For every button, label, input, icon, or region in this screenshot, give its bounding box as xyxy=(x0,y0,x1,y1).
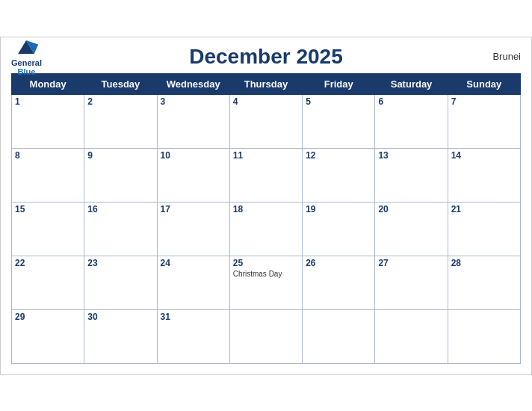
day-number: 10 xyxy=(161,150,226,161)
calendar-day: 30 xyxy=(84,309,157,363)
calendar-day: 14 xyxy=(448,148,520,202)
header-tuesday: Tuesday xyxy=(84,73,157,94)
calendar-day: 18 xyxy=(229,202,302,256)
calendar-day: 15 xyxy=(12,202,84,256)
day-number: 13 xyxy=(378,150,444,161)
day-number: 29 xyxy=(15,312,81,322)
calendar-day: 10 xyxy=(157,148,229,202)
calendar-day: 31 xyxy=(157,309,229,363)
calendar-table: Monday Tuesday Wednesday Thursday Friday… xyxy=(11,73,521,364)
header-thursday: Thursday xyxy=(229,73,302,94)
calendar-day: 19 xyxy=(303,202,375,256)
week-row-1: 1234567 xyxy=(12,94,521,148)
week-row-3: 15161718192021 xyxy=(12,202,521,256)
calendar-day: 29 xyxy=(12,309,84,363)
calendar-day: 22 xyxy=(12,256,84,309)
header-friday: Friday xyxy=(303,73,375,94)
day-number: 4 xyxy=(233,96,299,107)
calendar-day: 16 xyxy=(84,202,157,256)
calendar-day: 23 xyxy=(84,256,157,309)
calendar-day: 11 xyxy=(229,148,302,202)
logo: General Blue xyxy=(11,37,42,76)
day-number: 25 xyxy=(233,258,299,268)
day-number: 22 xyxy=(15,258,81,268)
day-number: 23 xyxy=(87,258,153,268)
calendar-day: 2 xyxy=(84,94,157,148)
calendar: General Blue December 2025 Brunei Monday… xyxy=(0,37,532,375)
day-number: 9 xyxy=(87,150,153,161)
day-number: 15 xyxy=(15,204,81,214)
week-row-2: 891011121314 xyxy=(12,148,521,202)
day-number: 3 xyxy=(161,96,226,107)
calendar-day: 8 xyxy=(12,148,84,202)
calendar-day: 12 xyxy=(303,148,375,202)
calendar-day: 24 xyxy=(157,256,229,309)
calendar-header: General Blue December 2025 Brunei xyxy=(11,45,521,69)
day-number: 20 xyxy=(378,204,444,214)
logo-icon xyxy=(13,37,40,58)
day-number: 6 xyxy=(378,96,444,107)
calendar-title: December 2025 xyxy=(189,45,342,69)
day-number: 12 xyxy=(306,150,371,161)
calendar-day: 3 xyxy=(157,94,229,148)
day-number: 21 xyxy=(451,204,517,214)
calendar-day: 13 xyxy=(375,148,448,202)
calendar-day xyxy=(448,309,520,363)
day-number: 5 xyxy=(306,96,371,107)
header-monday: Monday xyxy=(12,73,84,94)
day-number: 7 xyxy=(451,96,517,107)
day-number: 27 xyxy=(378,258,444,268)
day-number: 11 xyxy=(233,150,299,161)
calendar-day: 28 xyxy=(448,256,520,309)
country-label: Brunei xyxy=(492,51,521,62)
calendar-day: 9 xyxy=(84,148,157,202)
day-number: 30 xyxy=(87,312,153,322)
header-sunday: Sunday xyxy=(448,73,520,94)
day-number: 24 xyxy=(161,258,226,268)
day-number: 17 xyxy=(161,204,226,214)
week-row-5: 293031 xyxy=(12,309,521,363)
calendar-day: 25Christmas Day xyxy=(229,256,302,309)
calendar-day: 26 xyxy=(303,256,375,309)
calendar-day: 7 xyxy=(448,94,520,148)
day-number: 31 xyxy=(161,312,226,322)
event-label: Christmas Day xyxy=(233,270,299,278)
calendar-day xyxy=(303,309,375,363)
day-number: 14 xyxy=(451,150,517,161)
week-row-4: 22232425Christmas Day262728 xyxy=(12,256,521,309)
day-number: 26 xyxy=(306,258,371,268)
header-wednesday: Wednesday xyxy=(157,73,229,94)
calendar-day: 17 xyxy=(157,202,229,256)
calendar-day: 6 xyxy=(375,94,448,148)
calendar-day xyxy=(229,309,302,363)
day-number: 18 xyxy=(233,204,299,214)
header-saturday: Saturday xyxy=(375,73,448,94)
day-number: 19 xyxy=(306,204,371,214)
calendar-day: 4 xyxy=(229,94,302,148)
day-number: 28 xyxy=(451,258,517,268)
calendar-day xyxy=(375,309,448,363)
calendar-day: 21 xyxy=(448,202,520,256)
day-number: 16 xyxy=(87,204,153,214)
calendar-day: 1 xyxy=(12,94,84,148)
weekday-header-row: Monday Tuesday Wednesday Thursday Friday… xyxy=(12,73,521,94)
calendar-day: 27 xyxy=(375,256,448,309)
day-number: 8 xyxy=(15,150,81,161)
day-number: 1 xyxy=(15,96,81,107)
logo-blue: Blue xyxy=(18,67,36,76)
calendar-day: 5 xyxy=(303,94,375,148)
calendar-day: 20 xyxy=(375,202,448,256)
logo-general: General xyxy=(11,58,42,67)
day-number: 2 xyxy=(87,96,153,107)
